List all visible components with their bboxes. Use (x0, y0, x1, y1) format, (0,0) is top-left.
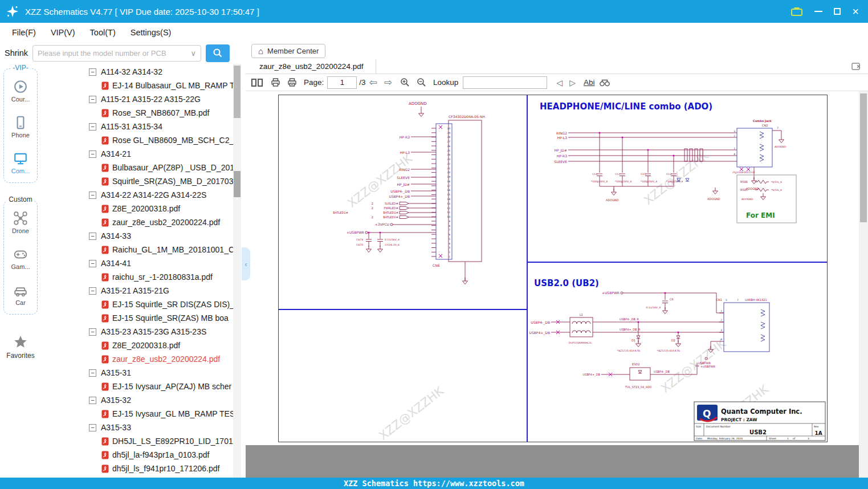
collapse-icon[interactable]: − (89, 424, 96, 431)
collapse-icon[interactable]: − (89, 233, 96, 240)
svg-text:*AZ5725-01F.R7G: *AZ5725-01F.R7G (617, 349, 640, 352)
close-button[interactable]: × (852, 6, 859, 17)
svg-text:19: 19 (447, 176, 450, 178)
collapse-icon[interactable]: − (89, 191, 96, 199)
svg-text:C13: C13 (666, 173, 671, 176)
tree-pdf-row[interactable]: dh5jl_ls_f941pr10_171206.pdf (41, 462, 246, 475)
document-tab[interactable]: zaur_z8e_usb2_20200224.pdf (246, 59, 376, 74)
tree-folder-row[interactable]: −A315-21 A315-21G (41, 284, 246, 298)
collapse-icon[interactable]: − (89, 287, 96, 295)
tree-folder-row[interactable]: −A115-21 A315-22 A315-22G (41, 92, 246, 106)
viewer-scrollbar[interactable] (859, 91, 868, 478)
menu-file[interactable]: File(F) (6, 26, 42, 39)
prev-page-icon[interactable]: ⇦ (369, 76, 377, 88)
rail-item-computer[interactable]: Com... (11, 151, 30, 174)
rail-item-course[interactable]: Cour... (11, 79, 30, 103)
search-input[interactable] (33, 49, 190, 58)
collapse-icon[interactable]: − (89, 328, 96, 336)
tree-scrollbar[interactable] (233, 64, 241, 478)
tree-pdf-row[interactable]: DH5JL_LS_E892PR10_LID_17011 (41, 434, 246, 448)
menu-tool[interactable]: Tool(T) (84, 26, 122, 39)
tree-pdf-row[interactable]: raichu_sr_-1-20180831a.pdf (41, 270, 246, 284)
maximize-button[interactable] (834, 8, 841, 15)
collapse-icon[interactable]: − (89, 123, 96, 131)
menu-settings[interactable]: Settings(S) (124, 26, 178, 39)
collapse-panel-handle[interactable]: ‹ (242, 247, 250, 280)
collapse-icon[interactable]: − (89, 68, 96, 76)
tree-scrollbar-thumb[interactable] (234, 171, 241, 197)
two-page-view-icon[interactable] (251, 79, 263, 87)
lookup-input[interactable] (463, 76, 547, 89)
minimize-button[interactable] (814, 11, 822, 12)
svg-text:HP-L3: HP-L3 (557, 136, 568, 140)
close-document-icon[interactable] (851, 62, 861, 71)
custom-group: Custom Drone (3, 200, 38, 315)
find-prev-icon[interactable]: ◁ (556, 78, 563, 87)
collapse-icon[interactable]: − (89, 150, 96, 158)
tree-pdf-row[interactable]: Z8E_20200318.pdf (41, 339, 246, 352)
tree-folder-row[interactable]: −A315-33 (41, 421, 246, 434)
collapse-icon[interactable]: − (89, 397, 96, 404)
tree-item-label: zaur_z8e_usb2_20200224.pdf (112, 218, 220, 227)
tree-pdf-row[interactable]: dh5jl_la-f943pr1a_0103.pdf (41, 448, 246, 462)
tree-pdf-row[interactable]: EJ-15 Ivysaur_AP(ZAJ) MB scher (41, 380, 246, 393)
menu-vip[interactable]: VIP(V) (44, 26, 81, 39)
rail-item-game[interactable]: Gam... (11, 247, 30, 270)
tree-folder-row[interactable]: −A315-31 (41, 366, 246, 380)
search-button[interactable] (206, 44, 230, 62)
tree-folder-row[interactable]: −A314-33 (41, 229, 246, 243)
chevron-down-icon[interactable]: ∨ (191, 49, 197, 58)
tree-pdf-row[interactable]: zaur_z8e_usb2_20200224.pdf (41, 215, 246, 229)
collapse-icon[interactable]: − (89, 260, 96, 267)
next-page-icon[interactable]: ⇨ (384, 76, 392, 88)
zoom-in-icon[interactable] (400, 78, 410, 87)
zoom-out-icon[interactable] (417, 78, 426, 87)
tree-folder-row[interactable]: −A314-22 A314-22G A314-22S (41, 188, 246, 202)
headphone-title: HEADPHONE/MIC/LINE combo (ADO) (540, 101, 712, 112)
pdf-icon (101, 82, 109, 90)
tree-pdf-row[interactable]: Z8E_20200318.pdf (41, 202, 246, 215)
drone-icon (13, 211, 28, 226)
svg-text:1: 1 (733, 147, 735, 150)
match-case-icon[interactable]: Abi (584, 78, 595, 87)
tab-bar: zaur_z8e_usb2_20200224.pdf (246, 59, 868, 74)
tree-pdf-row[interactable]: EJ-15 Squirtle_SR DIS(ZAS DIS)_ (41, 298, 246, 311)
collapse-icon[interactable]: − (89, 96, 96, 103)
tree-scrollbar-thumb[interactable] (234, 66, 241, 118)
find-next-icon[interactable]: ▷ (569, 78, 576, 87)
pdf-icon (101, 451, 109, 459)
tree-pdf-row[interactable]: EJ-14 Bulbasaur_GL MB_RAMP T (41, 79, 246, 92)
tree-pdf-row[interactable]: EJ-15 Squirtle_SR(ZAS) MB boa (41, 311, 246, 325)
svg-text:29: 29 (447, 132, 450, 135)
tree-folder-row[interactable]: −A314-41 (41, 256, 246, 270)
member-center-button[interactable]: ⌂ Member Center (251, 44, 325, 58)
tree-pdf-row[interactable]: Bulbasaur_AP(Z8P) _USB_D_201 (41, 161, 246, 174)
tree-folder-row[interactable]: −A315-23 A315-23G A315-23S (41, 325, 246, 339)
tree-pdf-row[interactable]: EJ-15 Ivysaur_GL MB_RAMP TES (41, 407, 246, 421)
svg-text:HP-L3: HP-L3 (400, 150, 410, 154)
rail-item-drone[interactable]: Drone (12, 211, 29, 234)
svg-text:TVL_ST23_04_AD0: TVL_ST23_04_AD0 (625, 385, 651, 389)
tree-pdf-row[interactable]: Rose_SR_NB8607_MB.pdf (41, 106, 246, 120)
viewer-scrollbar-thumb[interactable] (860, 93, 867, 222)
shrink-button[interactable]: Shrink (5, 48, 28, 58)
print-icon[interactable] (271, 78, 280, 87)
tree-folder-row[interactable]: −A314-21 (41, 147, 246, 161)
pdf-icon (101, 273, 109, 282)
tree-folder-row[interactable]: −A115-31 A315-34 (41, 120, 246, 133)
rail-item-favorites[interactable]: Favorites (6, 334, 34, 360)
tree-pdf-row[interactable]: Squirtle_SR(ZAS)_MB_D_201703 (41, 174, 246, 188)
collapse-icon[interactable]: − (89, 369, 96, 377)
print-page-icon[interactable] (287, 78, 297, 87)
vip-badge-icon[interactable] (790, 6, 803, 17)
tree-pdf-row[interactable]: Rose GL_NB8609_MB_SCH_C2_2 (41, 133, 246, 147)
tree-folder-row[interactable]: −A114-32 A314-32 (41, 65, 246, 79)
page-number-input[interactable] (327, 76, 357, 89)
tree-folder-row[interactable]: −A315-32 (41, 393, 246, 407)
tree-pdf-row[interactable]: zaur_z8e_usb2_20200224.pdf (41, 352, 246, 366)
rail-item-phone[interactable]: Phone (11, 115, 30, 138)
binoculars-icon[interactable] (599, 79, 610, 87)
left-panel: Shrink ∨ -VIP- (0, 42, 246, 478)
tree-pdf-row[interactable]: Raichu_GL_1M_MB_20181001_C (41, 243, 246, 256)
rail-item-car[interactable]: Car (13, 283, 28, 306)
